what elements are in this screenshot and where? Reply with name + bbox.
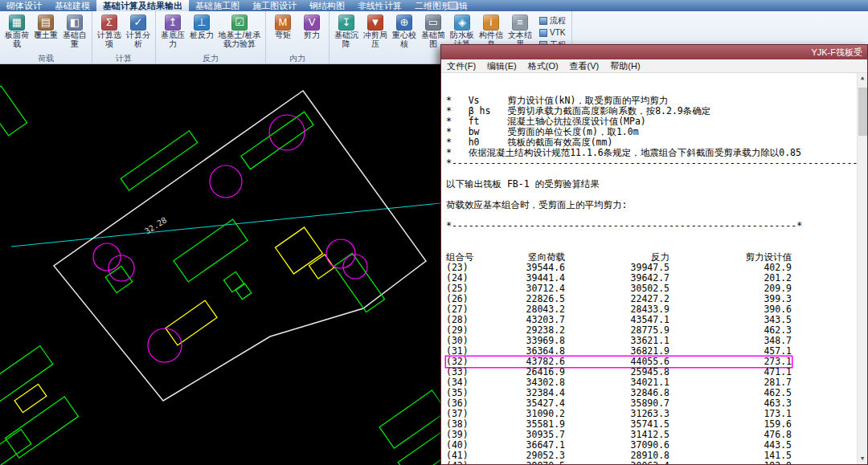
menu-item[interactable]: 帮助(H) — [604, 60, 645, 72]
toolbar-group-label: 计算 — [92, 54, 155, 63]
toolbar-button[interactable]: Σ计算选项 — [95, 13, 124, 48]
toolbar-group: Σ计算选项✓计算分析计算 — [92, 11, 156, 63]
toolbar-button-label: 计算选项 — [95, 31, 124, 48]
table-row: (42)29870.530063.4192.9 — [446, 461, 792, 464]
toolbar-button-label: 基础自重 — [60, 31, 89, 48]
scroll-up-arrow[interactable]: ▲ — [858, 73, 867, 84]
table-row: (24)39441.439642.7201.2 — [446, 273, 792, 283]
table-row: (25)30712.430502.5209.9 — [446, 283, 792, 294]
window-title: YJK-F筏板受 — [811, 47, 862, 59]
vertical-scrollbar[interactable]: ▲ ▼ — [857, 73, 867, 464]
ribbon-tab[interactable]: 基础计算及结果输出 — [96, 0, 189, 11]
menu-item[interactable]: 编辑(E) — [481, 60, 522, 72]
toolbar-button-label: 板面荷载 — [2, 31, 31, 48]
toolbar-button[interactable]: ▭基础简图 — [419, 13, 448, 48]
toolbar-button-icon: ✓ — [130, 14, 146, 31]
cad-viewport[interactable]: 32.28 — [0, 64, 440, 465]
toolbar-button[interactable]: ▤覆土重 — [31, 13, 60, 40]
toolbar-button-icon: ⊥ — [194, 14, 210, 31]
toolbar-small-button[interactable]: VTK — [538, 27, 567, 38]
dimension-text: 32.28 — [143, 215, 168, 236]
toolbar-group-buttons: ▦板面荷载▤覆土重◧基础自重 — [0, 11, 92, 54]
table-row: (35)32384.432846.8462.5 — [446, 388, 792, 398]
toolbar-button-label: 基础沉降 — [332, 31, 361, 48]
toolbar-button[interactable]: ↥基底压力 — [158, 13, 187, 48]
toolbar-button[interactable]: ☑地基土/桩承载力验算 — [216, 13, 263, 48]
toolbar-small-button[interactable]: 流程 — [538, 15, 567, 26]
toolbar-button[interactable]: ≡文本结果 — [506, 13, 534, 48]
toolbar-button-icon: ☑ — [231, 14, 248, 31]
ribbon-tab[interactable]: 非线性计算 — [351, 0, 408, 11]
scrollbar-thumb[interactable] — [858, 88, 867, 136]
toolbar-button-icon: i — [483, 14, 499, 31]
toolbar-button-label: 弯矩 — [275, 31, 291, 40]
table-row: (26)22826.522427.2399.3 — [446, 294, 792, 304]
wall-outlines[interactable] — [14, 227, 334, 413]
result-table: 组合号竖向荷载反力剪力设计值(23)39544.639947.5402.9(24… — [446, 252, 854, 464]
document-line: 荷载效应基本组合时，受剪面上的平均剪力: — [446, 200, 854, 210]
toolbar-button-label: 剪力 — [304, 31, 320, 40]
mdi-window-restore-button[interactable] — [448, 2, 457, 10]
ribbon-tab[interactable]: 二维图形编辑 — [408, 0, 474, 11]
ribbon-tab[interactable]: 钢结构图 — [303, 0, 351, 11]
table-row: (39)30935.731412.5476.8 — [446, 430, 792, 440]
toolbar-button[interactable]: ▼冲剪局压 — [361, 13, 390, 48]
toolbar-button[interactable]: i构件信息 — [477, 13, 506, 48]
toolbar-button-icon: V — [304, 14, 320, 31]
toolbar-button[interactable]: ✓计算分析 — [124, 13, 153, 48]
ribbon-tab[interactable]: 基础建模 — [48, 0, 96, 11]
toolbar-group: ▦板面荷载▤覆土重◧基础自重荷载 — [0, 11, 92, 63]
toolbar-button[interactable]: ◈防水板计算 — [448, 13, 477, 48]
window-title-bar[interactable]: YJK-F筏板受 — [441, 45, 867, 59]
table-row: (28)43203.743547.1343.5 — [446, 315, 792, 325]
toolbar-button-icon: M — [275, 14, 291, 31]
grid-axis-line[interactable] — [11, 203, 440, 247]
toolbar-button[interactable]: M弯矩 — [268, 13, 297, 40]
toolbar-button-icon: ↧ — [338, 14, 354, 31]
scroll-down-arrow[interactable]: ▼ — [858, 454, 867, 464]
toolbar-button[interactable]: ⊕重心校核 — [390, 13, 419, 48]
toolbar-button[interactable]: ▦板面荷载 — [2, 13, 31, 48]
toolbar-button-icon: ▼ — [367, 14, 383, 31]
table-row: (23)39544.639947.5402.9 — [446, 263, 792, 273]
cad-canvas[interactable]: 32.28 — [0, 64, 440, 465]
toolbar-button[interactable]: V剪力 — [297, 13, 326, 40]
menu-item[interactable]: 查看(V) — [564, 60, 605, 72]
ribbon-tab[interactable]: 基础施工图 — [189, 0, 246, 11]
menu-bar: 文件(F)编辑(E)格式(O)查看(V)帮助(H) — [441, 59, 867, 73]
document-line: *---------------------------------------… — [446, 221, 854, 231]
toolbar-button-icon: ⊕ — [396, 14, 412, 31]
ribbon-tab[interactable]: 砌体设计 — [0, 0, 48, 11]
toolbar-group-label: 内力 — [266, 54, 329, 63]
table-row: (40)36647.137090.6443.5 — [446, 440, 792, 451]
toolbar-button-label: 重心校核 — [390, 31, 419, 48]
table-row: (30)33969.833621.1348.7 — [446, 336, 792, 346]
toolbar-button[interactable]: ⊥桩反力 — [187, 13, 216, 40]
table-row: (33)26416.925945.8471.1 — [446, 367, 792, 377]
table-row: (34)34302.834021.1281.7 — [446, 377, 792, 388]
table-cell: 29870.5 — [485, 461, 565, 464]
toolbar-button-icon: ≡ — [512, 14, 528, 31]
menu-item[interactable]: 文件(F) — [441, 60, 481, 72]
toolbar-button[interactable]: ↧基础沉降 — [332, 13, 361, 48]
toolbar-button-icon: ▦ — [9, 14, 25, 31]
toolbar-group-label: 荷载 — [0, 54, 92, 63]
toolbar-button-label: 桩反力 — [190, 31, 214, 40]
menu-item[interactable]: 格式(O) — [522, 60, 564, 72]
toolbar-small-button-label: VTK — [550, 28, 565, 37]
table-row: (36)35427.435890.7463.3 — [446, 398, 792, 409]
toolbar-button-label: 计算分析 — [124, 31, 153, 48]
toolbar-group-buttons: Σ计算选项✓计算分析 — [92, 11, 155, 54]
document-line: 以下输出筏板 FB-1 的受剪验算结果 — [446, 179, 854, 190]
toolbar-button[interactable]: ◧基础自重 — [60, 13, 89, 48]
column-outlines[interactable] — [0, 86, 440, 465]
pile-circles[interactable] — [93, 115, 367, 362]
toolbar-button-label: 覆土重 — [34, 31, 58, 40]
toolbar-small-button-icon — [539, 29, 547, 37]
toolbar-button-icon: ▤ — [38, 14, 54, 31]
toolbar-group: ↥基底压力⊥桩反力☑地基土/桩承载力验算反力 — [156, 11, 266, 63]
document-text-area[interactable]: * Vs 剪力设计值(kN)，取受剪面的平均剪力* β hs 受剪切承载力截面高… — [441, 73, 867, 464]
ribbon-tab[interactable]: 施工图设计 — [246, 0, 303, 11]
table-row: (31)36364.836821.9457.1 — [446, 346, 792, 357]
toolbar-button-label: 基底压力 — [158, 31, 187, 48]
